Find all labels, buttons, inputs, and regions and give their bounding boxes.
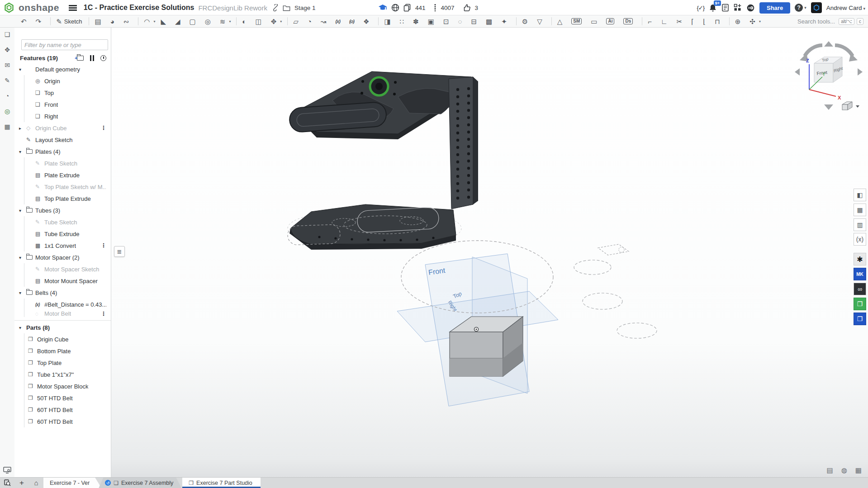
screen-settings-icon[interactable] <box>0 467 14 474</box>
fs-robot2-icon[interactable]: ⊟ <box>469 16 483 27</box>
sphere-icon[interactable]: ◍ <box>841 466 847 474</box>
butterfly-icon[interactable]: ✱ <box>854 253 866 265</box>
help-menu[interactable]: ? <box>795 4 806 12</box>
apps-grid-icon[interactable] <box>734 4 742 12</box>
part-row[interactable]: Tube 1"x1"x7" <box>14 369 111 380</box>
thumbs-up-icon[interactable] <box>462 4 471 12</box>
comments-icon[interactable]: ✉ <box>0 58 14 72</box>
notes-icon[interactable]: ✎ <box>0 74 14 87</box>
tree-chevron-icon[interactable]: ▾ <box>19 208 26 213</box>
notifications-bell-icon[interactable]: 9+ <box>709 4 717 12</box>
search-tabs-icon[interactable] <box>0 478 14 488</box>
insert-plus-icon[interactable]: ⊕ <box>733 16 747 27</box>
release-tasks-icon[interactable] <box>721 4 729 12</box>
feature-row[interactable]: ▾ Motor Spacer (2) <box>14 251 111 263</box>
view-cube[interactable]: Top Front Right Z X Y <box>795 41 863 110</box>
feature-row[interactable]: Top <box>14 87 111 99</box>
learning-cap-icon[interactable] <box>378 4 387 12</box>
panels-icon[interactable]: ❏ <box>0 28 14 41</box>
appearance-panel-icon[interactable]: ◧ <box>854 189 866 201</box>
home-tab-button[interactable]: ⌂ <box>29 478 43 488</box>
fs-search-icon[interactable]: ◌ <box>455 16 468 27</box>
share-button[interactable]: Share <box>759 2 790 14</box>
tree-chevron-icon[interactable]: ▾ <box>19 325 26 330</box>
custom-feature-icon[interactable]: ✦ <box>499 16 513 27</box>
variables-panel-icon[interactable]: (x) <box>854 233 866 246</box>
public-globe-icon[interactable] <box>391 4 399 12</box>
derived-icon[interactable]: ❖ <box>361 16 375 27</box>
part-row[interactable]: 50T HTD Belt <box>14 392 111 404</box>
tables-icon[interactable]: ▦ <box>0 120 14 133</box>
tilt-up-arrow-icon[interactable] <box>824 41 833 47</box>
view-mode-cube-icon[interactable] <box>842 102 859 110</box>
hole-icon[interactable]: ◎ <box>203 16 217 27</box>
feature-row[interactable]: Top Plate Sketch w/ M... <box>14 181 111 193</box>
filter-input[interactable] <box>21 39 108 50</box>
part-row[interactable]: Top Plate <box>14 357 111 369</box>
featurescript-robot-icon[interactable]: ⊡ <box>441 16 455 27</box>
tree-chevron-icon[interactable]: ▾ <box>19 255 26 260</box>
rollback-clock-icon[interactable] <box>100 55 106 61</box>
pan-right-arrow-icon[interactable] <box>858 68 863 76</box>
rollback-marker-icon[interactable]: ⋮ <box>101 125 106 131</box>
feature-row[interactable]: ▾ Plates (4) <box>14 146 111 157</box>
feature-row[interactable]: ▾ Default geometry <box>14 63 111 75</box>
top-plate-part[interactable] <box>289 71 473 139</box>
grid-icon[interactable]: ▦ <box>855 466 862 474</box>
tree-chevron-icon[interactable]: ▾ <box>19 290 26 295</box>
rollback-marker-icon[interactable]: ⋮ <box>101 242 106 249</box>
feature-row[interactable]: #Belt_Distance = 0.43... <box>14 298 111 310</box>
configuration-panel-icon[interactable]: ▥ <box>854 218 866 231</box>
tab-assembly[interactable]: ↺ ❏ Exercise 7 Assembly <box>99 478 181 488</box>
tab-versions[interactable]: Exercise 7 - Ver <box>43 478 101 488</box>
folder-icon[interactable] <box>283 5 290 11</box>
origin-cube-part[interactable] <box>450 317 523 376</box>
part-row[interactable]: 60T HTD Belt <box>14 416 111 427</box>
copies-icon[interactable] <box>403 4 411 12</box>
versions-icon[interactable] <box>433 4 437 12</box>
bom-panel-icon[interactable]: ▦ <box>854 204 866 216</box>
linear-pattern-icon[interactable]: ∷ <box>398 16 410 27</box>
curve-icon[interactable]: ↝ <box>318 16 332 27</box>
feature-row[interactable]: ▾ Tubes (3) <box>14 204 111 216</box>
split-icon[interactable]: ◫ <box>253 16 267 27</box>
part-row[interactable]: 60T HTD Belt <box>14 404 111 416</box>
corner-icon[interactable]: ⌈ <box>689 16 700 27</box>
shell-icon[interactable]: ▢ <box>187 16 202 27</box>
boolean-icon[interactable]: ◐ <box>240 16 252 27</box>
add-tab-button[interactable]: + <box>14 478 29 488</box>
search-tools[interactable]: Search tools... alt/⌥ c <box>797 15 863 28</box>
rollback-marker-icon[interactable]: ⋮ <box>101 311 106 317</box>
feature-list-handle[interactable]: ≣ <box>114 246 125 257</box>
tab-icon[interactable]: ⌊ <box>701 16 711 27</box>
measure-icon[interactable]: △ <box>555 16 569 27</box>
thicken-icon[interactable]: ≋ ▾ <box>218 16 233 27</box>
menu-icon[interactable] <box>69 5 77 11</box>
frame-icon[interactable]: ▭ <box>588 16 603 27</box>
undo-icon[interactable]: ↶ <box>19 16 33 27</box>
feature-row[interactable]: Motor Belt ⋮ <box>14 310 111 317</box>
gear-icon[interactable]: ⚙ <box>520 16 534 27</box>
rip-icon[interactable]: ✂ <box>674 16 688 27</box>
sketch-button[interactable]: ✎ Sketch <box>54 16 85 27</box>
helix-icon[interactable]: ◔ <box>305 16 318 27</box>
user-menu[interactable]: Andrew Card <box>826 5 865 11</box>
green-book-icon[interactable]: ❐ <box>854 298 866 310</box>
avatar[interactable] <box>811 2 822 13</box>
graphics-viewport[interactable]: Front Top Right <box>111 28 868 477</box>
plane-icon[interactable]: ▱ <box>291 16 304 27</box>
redo-icon[interactable]: ↷ <box>33 16 47 27</box>
new-folder-icon[interactable] <box>77 56 84 61</box>
sheet-metal-icon[interactable]: SM <box>569 16 588 27</box>
part-row[interactable]: Bottom Plate <box>14 345 111 357</box>
filter-funnel-icon[interactable]: ▽ <box>535 16 548 27</box>
drawings-icon[interactable]: Ds <box>621 16 639 27</box>
ai-icon[interactable]: Ai <box>604 16 620 27</box>
move-icon[interactable]: ✥ <box>0 43 14 57</box>
robot-goggles-icon[interactable]: ∞ <box>854 283 866 295</box>
feature-row[interactable]: Tube Extrude <box>14 228 111 240</box>
feature-row[interactable]: Tube Sketch <box>14 216 111 228</box>
feature-row[interactable]: Origin <box>14 75 111 87</box>
mk-icon[interactable]: MK <box>854 268 866 280</box>
featurescript-icon[interactable]: {✓} <box>697 5 704 11</box>
